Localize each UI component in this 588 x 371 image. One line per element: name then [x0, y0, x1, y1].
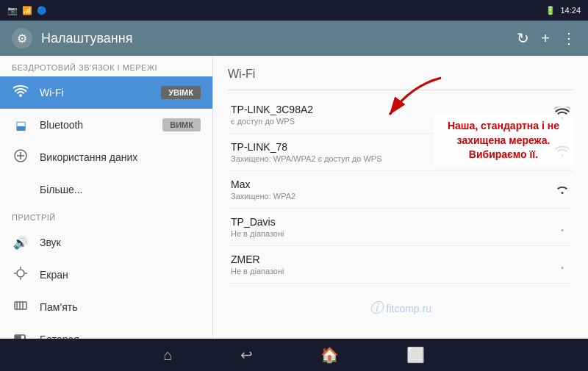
wifi-network-1-status: є доступ до WPS — [231, 117, 547, 126]
memory-label: Пам'ять — [40, 301, 201, 313]
bluetooth-icon: ⬓ — [12, 118, 29, 132]
bluetooth-label: Bluetooth — [40, 119, 152, 131]
sidebar-item-data[interactable]: Використання даних — [0, 141, 212, 173]
app-bar: ⚙ Налаштування ↻ + ⋮ — [0, 21, 588, 56]
battery-label: Батарея — [40, 334, 201, 339]
panel-title: Wi-Fi — [228, 68, 573, 81]
wifi-network-2-signal-icon — [554, 144, 570, 161]
svg-point-1 — [17, 270, 24, 277]
right-panel: Wi-Fi TP-LINK_3C98A2 є доступ до WPS TP-… — [213, 56, 588, 339]
wifi-network-3-signal-icon — [554, 181, 570, 198]
nav-home-icon[interactable]: 🏠 — [316, 342, 343, 368]
wifi-network-4-status: Не в діапазоні — [231, 229, 547, 238]
wifi-network-4[interactable]: TP_Davis Не в діапазоні — [228, 209, 573, 246]
wifi-network-2[interactable]: TP-LINK_78 Захищено: WPA/WPA2 є доступ д… — [228, 134, 573, 171]
data-icon — [12, 149, 29, 165]
settings-gear-icon: ⚙ — [12, 28, 32, 48]
sidebar-item-bluetooth[interactable]: ⬓ Bluetooth ВИМК — [0, 109, 212, 141]
wireless-section-header: БЕЗДРОТОВИЙ ЗВ'ЯЗОК І МЕРЕЖІ — [0, 56, 212, 76]
wifi-icon — [12, 85, 29, 100]
overflow-menu-icon[interactable]: ⋮ — [562, 29, 576, 47]
devices-section-header: ПРИСТРІЙ — [0, 206, 212, 226]
wifi-label: Wi-Fi — [40, 87, 151, 98]
sidebar-item-screen[interactable]: Екран — [0, 259, 212, 291]
more-label: Більше... — [40, 184, 201, 195]
data-usage-label: Використання даних — [40, 151, 201, 163]
wifi-network-4-signal-icon — [554, 219, 570, 236]
wifi-network-2-info: TP-LINK_78 Захищено: WPA/WPA2 є доступ д… — [231, 141, 547, 163]
add-icon[interactable]: + — [541, 30, 550, 47]
wifi-network-3-info: Max Захищено: WPA2 — [231, 179, 547, 201]
sidebar-item-sound[interactable]: 🔊 Звук — [0, 226, 212, 259]
wifi-network-5-name: ZMER — [231, 253, 547, 265]
screen-label: Екран — [40, 269, 201, 281]
bluetooth-status-icon: 🔵 — [37, 6, 47, 15]
sound-icon: 🔊 — [12, 236, 29, 250]
nav-back-icon[interactable]: ↩ — [236, 342, 257, 368]
sidebar-item-more[interactable]: Більше... — [0, 173, 212, 206]
svg-rect-11 — [15, 336, 21, 339]
sidebar-item-memory[interactable]: Пам'ять — [0, 291, 212, 323]
wifi-status-icon: 📶 — [22, 6, 32, 15]
wifi-network-5-signal-icon — [554, 256, 570, 273]
left-panel: БЕЗДРОТОВИЙ ЗВ'ЯЗОК І МЕРЕЖІ Wi-Fi УВІМК… — [0, 56, 213, 339]
wifi-network-4-info: TP_Davis Не в діапазоні — [231, 216, 547, 238]
wifi-network-3-name: Max — [231, 179, 547, 190]
battery-menu-icon — [12, 331, 29, 339]
nav-recents-icon[interactable]: ⬜ — [402, 342, 429, 368]
wifi-network-2-status: Захищено: WPA/WPA2 є доступ до WPS — [231, 154, 547, 163]
wifi-network-1[interactable]: TP-LINK_3C98A2 є доступ до WPS — [228, 96, 573, 134]
wifi-network-1-signal-icon — [554, 107, 570, 123]
wifi-network-1-name: TP-LINK_3C98A2 — [231, 104, 547, 115]
wifi-toggle-button[interactable]: УВІМК — [161, 86, 201, 99]
nav-bar: ⌂ ↩ 🏠 ⬜ — [0, 339, 588, 371]
status-bar: 📷 📶 🔵 🔋 14:24 — [0, 0, 588, 21]
status-bar-right: 🔋 14:24 — [545, 6, 581, 15]
wifi-network-1-info: TP-LINK_3C98A2 є доступ до WPS — [231, 104, 547, 126]
refresh-icon[interactable]: ↻ — [517, 29, 529, 47]
battery-icon: 🔋 — [545, 6, 556, 15]
bluetooth-toggle-button[interactable]: ВИМК — [162, 118, 201, 132]
wifi-network-3[interactable]: Max Захищено: WPA2 — [228, 171, 573, 209]
time-display: 14:24 — [560, 6, 581, 15]
wifi-network-5-status: Не в діапазоні — [231, 267, 547, 275]
app-bar-icons: ↻ + ⋮ — [517, 29, 576, 47]
screen-icon — [12, 267, 29, 283]
sidebar-item-battery[interactable]: Батарея — [0, 323, 212, 339]
wifi-network-3-status: Захищено: WPA2 — [231, 192, 547, 201]
nav-home-outline-icon[interactable]: ⌂ — [159, 342, 176, 368]
watermark: ⓘ fitcomp.ru — [370, 299, 431, 317]
wifi-network-5[interactable]: ZMER Не в діапазоні — [228, 246, 573, 284]
status-bar-left: 📷 📶 🔵 — [7, 6, 47, 15]
wifi-divider — [228, 90, 573, 90]
watermark-text: fitcomp.ru — [386, 303, 431, 314]
wifi-network-2-name: TP-LINK_78 — [231, 141, 547, 153]
screenshot-icon: 📷 — [7, 6, 18, 15]
sound-label: Звук — [40, 237, 201, 248]
memory-icon — [12, 299, 29, 315]
main-content: БЕЗДРОТОВИЙ ЗВ'ЯЗОК І МЕРЕЖІ Wi-Fi УВІМК… — [0, 56, 588, 339]
app-bar-title: Налаштування — [41, 31, 508, 46]
wifi-network-4-name: TP_Davis — [231, 216, 547, 228]
wifi-network-5-info: ZMER Не в діапазоні — [231, 253, 547, 275]
sidebar-item-wifi[interactable]: Wi-Fi УВІМК — [0, 76, 212, 109]
watermark-icon: ⓘ — [370, 300, 383, 315]
